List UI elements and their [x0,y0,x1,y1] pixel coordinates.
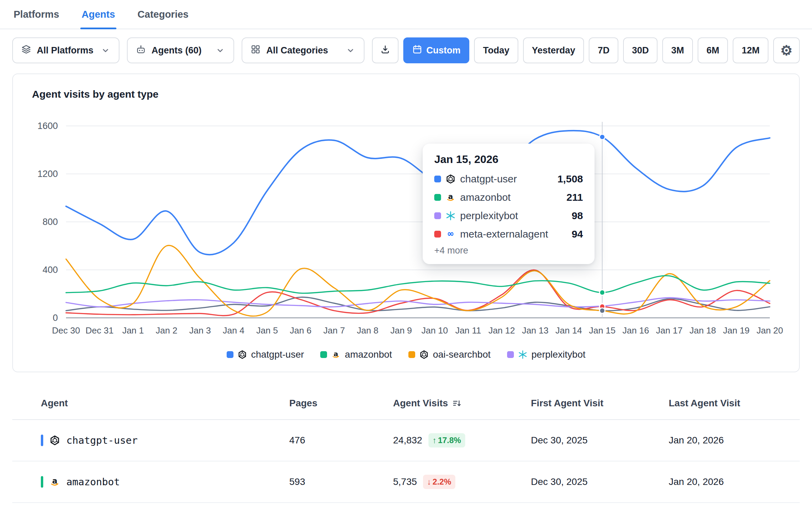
column-header-first-agent-visit[interactable]: First Agent Visit [531,398,669,409]
perplexity-icon [445,211,456,221]
range-today[interactable]: Today [474,37,518,63]
series-color-swatch [434,231,441,238]
x-tick-label: Jan 19 [723,325,749,336]
tooltip-series-value: 211 [567,192,583,203]
grid-icon [250,44,261,54]
y-tick-label: 1600 [37,121,58,131]
table-row[interactable]: chatgpt-user47624,832↑17.8%Dec 30, 2025J… [12,420,800,461]
x-tick-label: Dec 31 [85,325,113,336]
x-tick-label: Jan 13 [522,325,549,336]
arrow-down-icon: ↓ [427,477,431,487]
y-tick-label: 0 [53,313,58,323]
highlight-dot-chatgpt-user [600,134,605,140]
chart-legend: chatgpt-useraamazonbotoai-searchbotperpl… [28,349,784,360]
custom-range-label: Custom [426,45,461,56]
visits-value: 24,832 [393,435,422,446]
column-header-agent-visits[interactable]: Agent Visits [393,398,531,409]
range-toolbar: Custom TodayYesterday7D30D3M6M12M ⚙︎ [372,37,800,63]
categories-dropdown[interactable]: All Categories [242,37,364,63]
visits-cell: 5,735↓2.2% [393,475,531,489]
openai-icon [49,435,60,446]
tab-agents[interactable]: Agents [80,0,116,29]
chart-title: Agent visits by agent type [32,88,784,100]
column-header-agent[interactable]: Agent [12,398,289,409]
y-tick-label: 800 [43,217,58,227]
table-body: chatgpt-user47624,832↑17.8%Dec 30, 2025J… [12,420,800,503]
tooltip-row: aamazonbot211 [434,188,583,207]
tab-platforms[interactable]: Platforms [12,0,61,29]
x-tick-label: Jan 16 [622,325,649,336]
tooltip-series-value: 94 [572,228,583,240]
agent-name: amazonbot [66,476,120,488]
download-icon [380,44,390,54]
x-tick-label: Jan 5 [256,325,278,336]
tabs: PlatformsAgentsCategories [12,0,190,29]
tab-categories[interactable]: Categories [136,0,190,29]
legend-item-amazonbot[interactable]: aamazonbot [320,349,392,360]
range-yesterday[interactable]: Yesterday [523,37,584,63]
x-tick-label: Jan 4 [223,325,245,336]
download-button[interactable] [372,37,399,63]
custom-range-button[interactable]: Custom [403,37,470,63]
layers-icon [21,44,31,54]
last-visit-cell: Jan 20, 2026 [669,476,800,487]
range-buttons: TodayYesterday7D30D3M6M12M [474,37,768,63]
meta-icon: ∞ [445,229,456,239]
tooltip-series-value: 98 [572,210,583,222]
x-tick-label: Jan 3 [189,325,211,336]
chevron-down-icon [345,45,356,55]
range-6m[interactable]: 6M [698,37,728,63]
column-header-last-agent-visit[interactable]: Last Agent Visit [669,398,800,409]
x-tick-label: Jan 20 [757,325,783,336]
x-tick-label: Jan 12 [488,325,515,336]
column-header-pages[interactable]: Pages [289,398,393,409]
agent-cell: chatgpt-user [12,435,289,446]
first-visit-cell: Dec 30, 2025 [531,435,669,446]
tooltip-row: ∞meta-externalagent94 [434,225,583,243]
x-tick-label: Jan 17 [656,325,683,336]
table-header-row: AgentPagesAgent VisitsFirst Agent VisitL… [12,387,800,420]
agents-dropdown-label: Agents (60) [151,45,201,56]
tooltip-series-value: 1,508 [557,173,583,185]
legend-item-oai-searchbot[interactable]: oai-searchbot [408,349,491,360]
x-tick-label: Jan 9 [390,325,412,336]
agent-color-bar [41,476,43,488]
legend-color-swatch [227,351,233,358]
tooltip-more: +4 more [434,245,583,256]
openai-icon [238,350,247,359]
range-30d[interactable]: 30D [623,37,658,63]
range-12m[interactable]: 12M [733,37,768,63]
legend-color-swatch [507,351,514,358]
filter-toolbar: All Platforms Agents (60) All Categories… [0,37,812,63]
agents-dropdown[interactable]: Agents (60) [127,37,234,63]
legend-item-perplexitybot[interactable]: perplexitybot [507,349,586,360]
highlight-dot-other [600,308,605,313]
x-tick-label: Dec 30 [52,325,80,336]
legend-item-chatgpt-user[interactable]: chatgpt-user [227,349,304,360]
settings-button[interactable]: ⚙︎ [773,37,800,63]
agent-name: chatgpt-user [66,435,138,446]
calendar-icon [412,44,422,57]
y-tick-label: 400 [43,265,58,275]
gear-icon: ⚙︎ [780,44,793,57]
change-badge: ↓2.2% [423,475,455,489]
range-7d[interactable]: 7D [589,37,618,63]
table-row[interactable]: aamazonbot5935,735↓2.2%Dec 30, 2025Jan 2… [12,461,800,503]
legend-label: amazonbot [345,349,392,360]
legend-color-swatch [408,351,415,358]
openai-icon [445,174,456,184]
platforms-dropdown[interactable]: All Platforms [12,37,119,63]
agent-color-bar [41,435,43,446]
chevron-down-icon [215,45,225,55]
agent-visits-chart[interactable]: 040080012001600Dec 30Dec 31Jan 1Jan 2Jan… [28,103,787,342]
layers-icon [21,44,31,57]
x-tick-label: Jan 18 [689,325,716,336]
y-tick-label: 1200 [37,169,58,179]
series-chatgpt-user [66,131,770,255]
range-3m[interactable]: 3M [662,37,693,63]
categories-dropdown-label: All Categories [266,45,328,56]
x-tick-label: Jan 6 [290,325,312,336]
x-tick-label: Jan 10 [421,325,448,336]
visits-value: 5,735 [393,476,417,487]
grid-icon [250,44,261,57]
